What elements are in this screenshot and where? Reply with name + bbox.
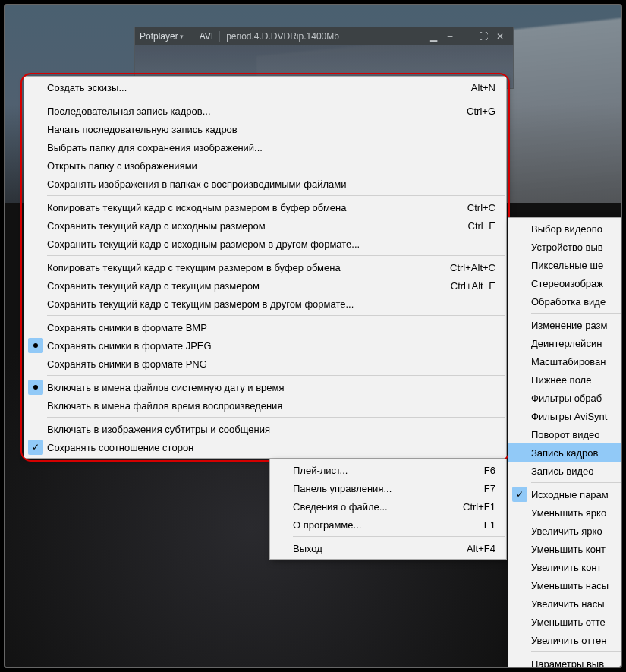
frame-capture-item[interactable]: Включать в имена файлов системную дату и… <box>24 378 506 396</box>
video-menu-item[interactable]: Выбор видеопо▶ <box>508 219 622 238</box>
frame-capture-item[interactable]: Сохранять снимки в формате PNG <box>24 355 506 373</box>
video-menu-item[interactable]: Увеличить ярко <box>508 522 622 540</box>
video-menu-item[interactable]: Устройство выв▶ <box>508 238 622 256</box>
menu-item-label: Выход <box>293 543 467 554</box>
menu-item-shortcut: Ctrl+Alt+C <box>450 262 495 273</box>
menu-item-gutter <box>24 378 47 396</box>
menu-item-label: Сохранить текущий кадр с исходным размер… <box>47 238 495 250</box>
frame-capture-item[interactable]: Открыть папку с изображениями <box>24 156 506 175</box>
frame-capture-item[interactable]: Сохранять изображения в папках с воспрои… <box>24 175 506 193</box>
video-menu-item[interactable]: Увеличить конт <box>508 558 622 576</box>
menu-item-gutter <box>24 420 47 438</box>
fullscreen-icon[interactable]: ⛶ <box>475 31 492 42</box>
menu-item-gutter <box>508 352 531 371</box>
player-filename: period.4.D.DVDRip.1400Mb <box>226 31 339 42</box>
frame-capture-item[interactable]: Копировать текущий кадр с исходным разме… <box>24 198 506 216</box>
video-menu-item[interactable]: Деинтерлейсин▶ <box>508 334 622 352</box>
menu-item-label: Пиксельные ше <box>531 260 622 271</box>
frame-capture-item[interactable]: Создать эскизы...Alt+N <box>24 78 506 96</box>
close-icon[interactable]: ✕ <box>492 31 508 42</box>
player-format: AVI <box>200 31 213 42</box>
menu-item-label: Сведения о файле... <box>293 501 463 513</box>
menu-item-gutter <box>508 407 531 425</box>
minimize-icon[interactable]: – <box>442 31 458 42</box>
video-menu-item[interactable]: Запись видео▶ <box>508 462 622 480</box>
main-menu-item[interactable]: О программе...F1 <box>270 516 506 534</box>
video-menu-item[interactable]: Уменьшить конт <box>508 540 622 558</box>
video-menu-item[interactable]: Пиксельные ше▶ <box>508 256 622 274</box>
player-titlebar[interactable]: Potplayer ▾ AVI period.4.D.DVDRip.1400Mb… <box>134 27 514 45</box>
menu-item-label: Увеличить ярко <box>531 525 622 537</box>
menu-item-label: Сохранять снимки в формате BMP <box>47 322 495 333</box>
frame-capture-item[interactable]: Включать в изображения субтитры и сообще… <box>24 420 506 438</box>
frame-capture-item[interactable]: Сохранить текущий кадр с текущим размеро… <box>24 276 506 295</box>
video-menu-item[interactable]: Стереоизображ▶ <box>508 274 622 292</box>
video-menu-item[interactable]: Увеличить насы <box>508 595 622 613</box>
video-menu-item[interactable]: ✓Исходные парам <box>508 485 622 503</box>
menu-item-shortcut: Ctrl+Alt+E <box>451 280 495 292</box>
frame-capture-item[interactable]: Сохранить текущий кадр с исходным размер… <box>24 216 506 235</box>
video-menu-item[interactable]: Нижнее поле <box>508 371 622 389</box>
frame-capture-item[interactable]: Последовательная запись кадров...Ctrl+G <box>24 102 506 120</box>
menu-item-shortcut: Ctrl+F1 <box>463 501 495 513</box>
menu-item-label: Сохранить текущий кадр с текущим размеро… <box>47 280 451 292</box>
frame-capture-item[interactable]: Сохранять снимки в формате BMP <box>24 318 506 336</box>
menu-item-gutter: ✓ <box>508 485 531 503</box>
menu-item-shortcut: Alt+F4 <box>467 543 495 554</box>
frame-capture-item[interactable]: Выбрать папку для сохранения изображений… <box>24 138 506 156</box>
menu-item-gutter <box>24 318 47 336</box>
menu-item-label: Масштабирован <box>531 356 622 368</box>
frame-capture-item[interactable]: Сохранить текущий кадр с исходным размер… <box>24 235 506 253</box>
frame-capture-item[interactable]: Включать в имена файлов время воспроизве… <box>24 396 506 415</box>
main-menu-item[interactable]: ВыходAlt+F4 <box>270 539 506 557</box>
menu-item-label: Создать эскизы... <box>47 82 471 93</box>
menu-item-gutter <box>24 102 47 120</box>
menu-item-label: Сохранять снимки в формате PNG <box>47 358 495 370</box>
video-menu-item[interactable]: Уменьшить насы <box>508 576 622 595</box>
menu-item-gutter <box>270 479 293 497</box>
menu-item-gutter <box>508 522 531 540</box>
video-menu-item[interactable]: Масштабирован▶ <box>508 352 622 371</box>
frame-capture-item[interactable]: ✓Сохранять соотношение сторон <box>24 438 506 456</box>
radio-selected-icon <box>28 380 43 395</box>
menu-item-gutter <box>24 295 47 313</box>
video-menu-item[interactable]: Фильтры AviSynt▶ <box>508 407 622 425</box>
menu-separator <box>531 651 622 652</box>
menu-separator <box>47 375 505 376</box>
menu-item-label: О программе... <box>293 519 484 531</box>
main-menu-item[interactable]: Плей-лист...F6 <box>270 461 506 479</box>
video-menu-item[interactable]: Увеличить оттен <box>508 631 622 649</box>
menu-item-label: Панель управления... <box>293 483 484 494</box>
frame-capture-item[interactable]: Копировать текущий кадр с текущим размер… <box>24 258 506 276</box>
menu-item-gutter <box>24 355 47 373</box>
menu-item-label: Нижнее поле <box>531 374 622 386</box>
menu-item-label: Уменьшить насы <box>531 580 622 592</box>
main-menu-item[interactable]: Сведения о файле...Ctrl+F1 <box>270 497 506 516</box>
menu-item-label: Включать в имена файлов время воспроизве… <box>47 400 495 412</box>
menu-item-label: Исходные парам <box>531 489 622 500</box>
menu-item-label: Сохранять соотношение сторон <box>47 442 495 453</box>
menu-item-gutter <box>270 497 293 516</box>
video-menu-item[interactable]: Уменьшить отте <box>508 613 622 631</box>
frame-capture-item[interactable]: Сохранить текущий кадр с текущим размеро… <box>24 295 506 313</box>
menu-item-label: Увеличить конт <box>531 562 622 573</box>
menu-separator <box>531 313 622 314</box>
tray-icon[interactable]: ▁ <box>425 31 442 42</box>
menu-item-shortcut: Ctrl+G <box>467 106 495 117</box>
video-menu-item[interactable]: Уменьшить ярко <box>508 503 622 522</box>
chevron-down-icon[interactable]: ▾ <box>180 33 184 40</box>
video-menu-item[interactable]: Изменение разм▶ <box>508 316 622 334</box>
maximize-icon[interactable]: ☐ <box>458 31 475 42</box>
main-menu-item[interactable]: Панель управления...F7 <box>270 479 506 497</box>
video-menu-item[interactable]: Запись кадров▶ <box>508 443 622 462</box>
video-menu-item[interactable]: Обработка виде▶ <box>508 292 622 311</box>
frame-capture-item[interactable]: Начать последовательную запись кадров <box>24 120 506 138</box>
frame-capture-submenu: Создать эскизы...Alt+NПоследовательная з… <box>24 76 507 459</box>
video-menu-item[interactable]: Фильтры обраб▶ <box>508 389 622 407</box>
menu-item-label: Фильтры обраб <box>531 393 622 404</box>
video-menu-item[interactable]: Поворот видео▶ <box>508 425 622 443</box>
menu-item-gutter <box>24 175 47 193</box>
menu-item-gutter <box>24 78 47 96</box>
video-menu-item[interactable]: Параметры выв <box>508 655 622 668</box>
frame-capture-item[interactable]: Сохранять снимки в формате JPEG <box>24 336 506 355</box>
